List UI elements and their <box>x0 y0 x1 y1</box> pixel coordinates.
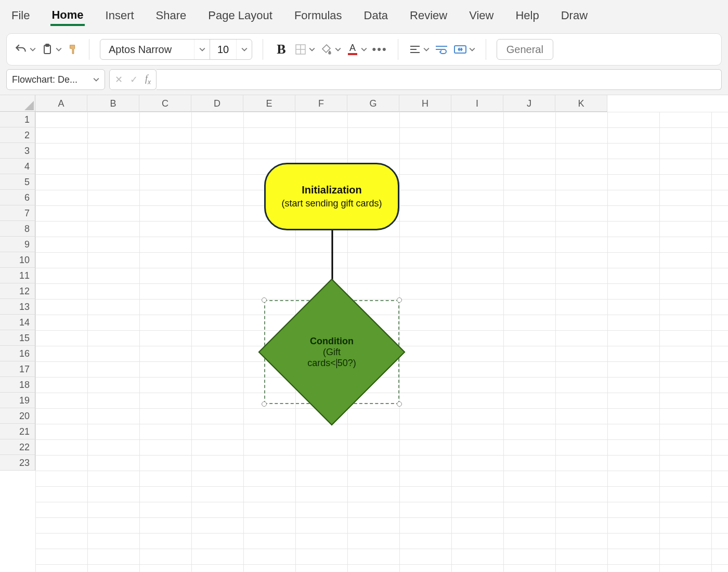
menu-home[interactable]: Home <box>50 5 84 26</box>
font-name-select[interactable]: Aptos Narrow 10 <box>100 39 252 60</box>
menu-view[interactable]: View <box>468 6 495 25</box>
fx-icon[interactable]: fx <box>145 73 151 86</box>
row-header-3[interactable]: 3 <box>0 143 35 159</box>
accept-formula-button[interactable]: ✓ <box>130 74 138 85</box>
row-header-1[interactable]: 1 <box>0 112 35 127</box>
select-all-corner[interactable] <box>0 95 35 112</box>
menu-insert[interactable]: Insert <box>105 6 135 25</box>
clipboard-button[interactable] <box>41 43 62 56</box>
fill-color-button[interactable] <box>320 43 341 56</box>
formula-controls: ✕ ✓ fx <box>109 69 157 90</box>
ribbon-divider <box>89 39 89 60</box>
ribbon-divider <box>398 39 398 60</box>
row-header-22[interactable]: 22 <box>0 439 35 455</box>
row-header-10[interactable]: 10 <box>0 252 35 268</box>
row-header-2[interactable]: 2 <box>0 127 35 143</box>
menu-formulas[interactable]: Formulas <box>293 6 343 25</box>
menu-page-layout[interactable]: Page Layout <box>207 6 274 25</box>
column-header-G[interactable]: G <box>347 95 399 112</box>
row-header-17[interactable]: 17 <box>0 361 35 377</box>
font-name-value: Aptos Narrow <box>100 44 194 56</box>
row-headers: 1234567891011121314151617181920212223 <box>0 112 35 471</box>
row-header-21[interactable]: 21 <box>0 424 35 439</box>
menu-help[interactable]: Help <box>514 6 540 25</box>
chevron-down-icon <box>236 40 252 59</box>
terminator-title: Initialization <box>302 184 362 196</box>
formula-bar-row: Flowchart: De... ✕ ✓ fx <box>6 68 722 92</box>
row-header-12[interactable]: 12 <box>0 283 35 299</box>
row-header-15[interactable]: 15 <box>0 330 35 346</box>
svg-text:A: A <box>349 43 356 53</box>
text-cursor <box>336 359 337 368</box>
column-header-F[interactable]: F <box>295 95 347 112</box>
row-header-20[interactable]: 20 <box>0 408 35 424</box>
column-header-K[interactable]: K <box>555 95 607 112</box>
merge-button[interactable] <box>453 44 475 55</box>
number-format-value: General <box>506 44 543 56</box>
column-headers: ABCDEFGHIJK <box>35 95 728 112</box>
row-header-16[interactable]: 16 <box>0 346 35 361</box>
row-header-6[interactable]: 6 <box>0 190 35 205</box>
column-header-J[interactable]: J <box>503 95 555 112</box>
menu-file[interactable]: File <box>10 6 31 25</box>
formula-bar[interactable] <box>157 69 722 90</box>
column-header-H[interactable]: H <box>399 95 451 112</box>
decision-title: Condition <box>310 336 354 347</box>
chevron-down-icon <box>93 76 99 83</box>
row-header-13[interactable]: 13 <box>0 299 35 315</box>
column-header-D[interactable]: D <box>191 95 243 112</box>
column-header-E[interactable]: E <box>243 95 295 112</box>
undo-button[interactable] <box>14 43 36 56</box>
column-header-B[interactable]: B <box>87 95 139 112</box>
chevron-down-icon <box>194 40 210 59</box>
flowchart-terminator-shape[interactable]: Initialization (start sending gift cards… <box>264 163 399 230</box>
row-header-11[interactable]: 11 <box>0 268 35 283</box>
flowchart-decision-shape[interactable]: Condition (Gift cards<50?) <box>264 300 399 404</box>
svg-rect-6 <box>348 53 357 55</box>
font-size-value[interactable]: 10 <box>210 40 236 59</box>
format-painter-button[interactable] <box>67 43 79 56</box>
font-color-button[interactable]: A <box>346 43 367 56</box>
align-button[interactable] <box>409 44 430 55</box>
column-header-C[interactable]: C <box>139 95 191 112</box>
decision-text[interactable]: Condition (Gift cards<50?) <box>264 300 399 404</box>
row-header-14[interactable]: 14 <box>0 315 35 330</box>
row-header-8[interactable]: 8 <box>0 221 35 237</box>
column-header-A[interactable]: A <box>35 95 87 112</box>
cancel-formula-button[interactable]: ✕ <box>115 74 123 85</box>
row-header-9[interactable]: 9 <box>0 237 35 252</box>
row-header-4[interactable]: 4 <box>0 159 35 174</box>
bold-button[interactable]: B <box>274 42 289 57</box>
row-header-5[interactable]: 5 <box>0 174 35 190</box>
spreadsheet-grid: ABCDEFGHIJK 1234567891011121314151617181… <box>0 95 728 572</box>
column-header-I[interactable]: I <box>451 95 503 112</box>
borders-button[interactable] <box>294 43 315 56</box>
name-box-value: Flowchart: De... <box>12 74 77 85</box>
row-header-18[interactable]: 18 <box>0 377 35 393</box>
decision-line2a: (Gift <box>323 347 341 358</box>
terminator-subtitle: (start sending gift cards) <box>281 198 382 209</box>
more-options-button[interactable]: ••• <box>372 43 387 56</box>
decision-line2b: cards<50?) <box>307 358 356 369</box>
row-header-23[interactable]: 23 <box>0 455 35 471</box>
menu-bar: File Home Insert Share Page Layout Formu… <box>0 0 728 31</box>
row-header-19[interactable]: 19 <box>0 393 35 408</box>
ribbon-divider <box>486 39 486 60</box>
menu-draw[interactable]: Draw <box>560 6 589 25</box>
menu-review[interactable]: Review <box>409 6 448 25</box>
number-format-select[interactable]: General <box>497 39 553 60</box>
name-box[interactable]: Flowchart: De... <box>6 69 105 90</box>
menu-data[interactable]: Data <box>363 6 389 25</box>
ribbon-divider <box>263 39 263 60</box>
ribbon: Aptos Narrow 10 B A ••• <box>6 33 722 66</box>
menu-share[interactable]: Share <box>155 6 188 25</box>
row-header-7[interactable]: 7 <box>0 205 35 221</box>
wrap-text-button[interactable] <box>435 44 448 55</box>
